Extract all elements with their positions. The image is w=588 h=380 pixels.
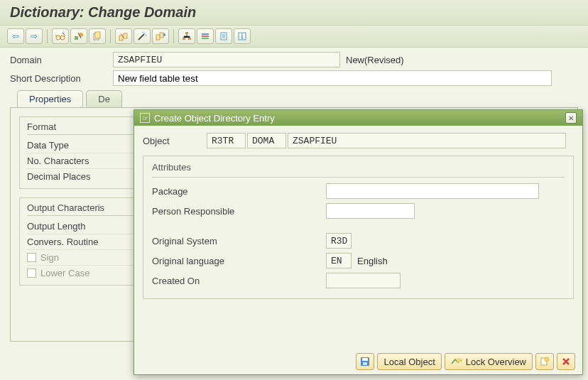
- arrow-left-icon: ⇦: [12, 31, 19, 41]
- documentation-button[interactable]: [215, 28, 232, 44]
- append-icon: [200, 31, 210, 41]
- output-group: Output Characteris Output Length Convers…: [19, 197, 147, 286]
- sign-row: Sign: [27, 250, 139, 266]
- lock-overview-label: Lock Overview: [466, 357, 526, 367]
- sign-checkbox[interactable]: [27, 253, 36, 262]
- lock-icon: [451, 356, 462, 367]
- svg-rect-24: [363, 362, 367, 365]
- domain-label: Domain: [10, 55, 113, 65]
- object-name-field: ZSAPFIEU: [288, 133, 566, 148]
- separator: [47, 29, 48, 43]
- header-form: Domain ZSAPFIEU New(Revised) Short Descr…: [0, 48, 588, 86]
- svg-rect-17: [202, 36, 209, 37]
- original-language-field: EN: [326, 253, 352, 268]
- lowercase-row: Lower Case: [27, 266, 139, 281]
- lock-overview-button[interactable]: Lock Overview: [445, 353, 533, 370]
- object-pgmid-field: R3TR: [207, 133, 246, 148]
- original-language-text: English: [357, 256, 388, 266]
- svg-point-27: [545, 357, 549, 362]
- lowercase-checkbox[interactable]: [27, 268, 36, 278]
- created-on-label: Created On: [152, 276, 326, 286]
- original-language-label: Original language: [152, 256, 326, 266]
- display-change-button[interactable]: [52, 28, 69, 44]
- close-icon: ✕: [568, 114, 574, 122]
- output-title: Output Characteris: [27, 202, 139, 216]
- convers-routine-row: Convers. Routine: [27, 234, 139, 250]
- package-input[interactable]: [326, 183, 539, 199]
- person-responsible-label: Person Responsible: [152, 206, 326, 217]
- svg-rect-5: [95, 32, 100, 38]
- object-type-field: DOMA: [247, 133, 286, 148]
- wand-icon: [137, 31, 147, 41]
- svg-rect-16: [202, 33, 209, 35]
- copy-button[interactable]: [89, 28, 106, 44]
- save-button[interactable]: [356, 353, 374, 370]
- info-button[interactable]: i: [234, 28, 251, 44]
- domain-field: ZSAPFIEU: [113, 52, 340, 67]
- object-label: Object: [143, 136, 207, 146]
- back-button[interactable]: ⇦: [7, 28, 24, 44]
- create-object-directory-dialog: ☞ Create Object Directory Entry ✕ Object…: [134, 109, 583, 375]
- cancel-button[interactable]: [557, 353, 575, 370]
- popup-title-icon: ☞: [140, 113, 150, 123]
- created-on-field: [326, 273, 401, 288]
- person-responsible-input[interactable]: [326, 203, 415, 219]
- svg-rect-23: [362, 358, 368, 361]
- object-row: Object R3TR DOMA ZSAPFIEU: [143, 133, 574, 148]
- svg-rect-14: [183, 38, 185, 40]
- sign-label: Sign: [40, 252, 59, 263]
- tab-properties[interactable]: Properties: [17, 90, 83, 107]
- arrow-right-icon: ⇨: [31, 31, 38, 41]
- copy-icon: [92, 31, 102, 41]
- activate-button[interactable]: [134, 28, 151, 44]
- append-button[interactable]: [197, 28, 214, 44]
- domain-status: New(Revised): [346, 55, 404, 65]
- where-used-button[interactable]: [152, 28, 169, 44]
- svg-point-10: [146, 35, 147, 36]
- package-label: Package: [152, 186, 326, 197]
- doc-icon: [219, 31, 229, 41]
- popup-title-text: Create Object Directory Entry: [154, 113, 561, 124]
- svg-rect-2: [75, 36, 78, 40]
- popup-titlebar: ☞ Create Object Directory Entry ✕: [134, 110, 582, 126]
- check-icon: [119, 31, 129, 41]
- svg-point-9: [142, 32, 143, 33]
- svg-rect-7: [124, 33, 127, 38]
- original-system-field: R3D: [326, 233, 352, 249]
- cancel-icon: [560, 356, 572, 367]
- separator: [110, 29, 111, 43]
- output-length-row: Output Length: [27, 219, 139, 234]
- svg-rect-12: [160, 33, 163, 38]
- popup-close-button[interactable]: ✕: [565, 112, 577, 124]
- check-button[interactable]: [115, 28, 132, 44]
- attributes-title: Attributes: [152, 162, 565, 178]
- attributes-group: Attributes Package Person Responsible Or…: [143, 156, 574, 299]
- local-object-button[interactable]: Local Object: [377, 353, 441, 370]
- shapes-icon: [74, 31, 84, 41]
- other-object-button[interactable]: [70, 28, 87, 44]
- svg-text:i: i: [241, 33, 244, 40]
- svg-rect-13: [185, 32, 188, 34]
- where-used-icon: [156, 31, 165, 41]
- page-title: Dictionary: Change Domain: [0, 0, 588, 26]
- local-object-label: Local Object: [383, 357, 435, 367]
- forward-button[interactable]: ⇨: [26, 28, 43, 44]
- svg-rect-15: [188, 38, 191, 40]
- svg-point-0: [56, 36, 60, 40]
- glasses-icon: [55, 31, 65, 41]
- new-button[interactable]: [535, 353, 554, 370]
- short-desc-label: Short Description: [10, 73, 113, 84]
- short-desc-input[interactable]: [113, 70, 552, 86]
- separator: [173, 29, 174, 43]
- hierarchy-button[interactable]: [178, 28, 195, 44]
- new-icon: [539, 356, 550, 367]
- original-system-label: Original System: [152, 236, 326, 246]
- main-toolbar: ⇦ ⇨ i: [0, 26, 588, 48]
- info-icon: i: [237, 31, 247, 41]
- popup-footer: Local Object Lock Overview: [134, 349, 582, 374]
- tabstrip: Properties De: [0, 90, 588, 107]
- save-icon: [359, 356, 371, 367]
- tab-definition[interactable]: De: [86, 90, 122, 107]
- svg-rect-11: [156, 35, 160, 40]
- svg-point-25: [457, 358, 461, 362]
